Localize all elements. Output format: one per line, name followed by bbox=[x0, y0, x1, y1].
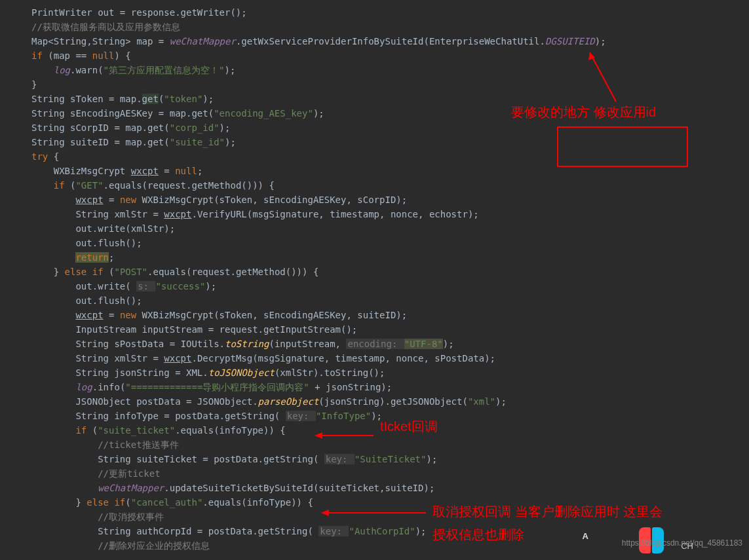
code-token: weChatMapper bbox=[170, 36, 236, 47]
code-token: String sCorpID = map.get( bbox=[31, 122, 170, 133]
code-token: wxcpt bbox=[164, 353, 191, 364]
code-token: { bbox=[48, 151, 59, 162]
code-token: "cancel_auth" bbox=[131, 497, 203, 508]
code-token: "SuiteTicket" bbox=[355, 454, 427, 464]
code-token: String jsonString = XML. bbox=[75, 367, 208, 378]
code-line[interactable]: JSONObject postData = JSONObject.parseOb… bbox=[31, 394, 749, 409]
code-token: .equals(infoType)) { bbox=[175, 425, 286, 436]
code-token: "POST" bbox=[114, 267, 147, 277]
code-token: PrintWriter out = response.getWriter(); bbox=[31, 7, 247, 18]
code-token: String sPostData = IOUtils. bbox=[75, 339, 225, 349]
code-token: key: bbox=[318, 526, 349, 536]
code-token: ); bbox=[220, 122, 231, 133]
code-token: ; bbox=[197, 166, 202, 176]
code-line[interactable]: //更新ticket bbox=[31, 466, 749, 481]
code-line[interactable]: weChatMapper.updateSuiteTicketBySuiteId(… bbox=[31, 481, 749, 495]
code-token: (jsonString).getJSONObject( bbox=[318, 396, 468, 407]
code-line[interactable]: String jsonString = XML.toJSONObject(xml… bbox=[31, 365, 749, 380]
code-line[interactable]: String sCorpID = map.get("corp_id"); bbox=[31, 121, 749, 135]
code-token: "AuthCorpId" bbox=[349, 526, 415, 536]
code-token: //ticket推送事件 bbox=[98, 439, 178, 450]
code-token: ); bbox=[205, 281, 216, 291]
code-line[interactable]: Map<String,String> map = weChatMapper.ge… bbox=[31, 34, 749, 48]
code-line[interactable]: log.info("=============导购小程序指令回调内容" + js… bbox=[31, 380, 749, 394]
code-token: new bbox=[120, 195, 136, 205]
code-line[interactable]: String infoType = postData.getString( ke… bbox=[31, 409, 749, 423]
code-token: try bbox=[31, 151, 48, 162]
code-token: "InfoType" bbox=[316, 411, 371, 421]
code-token: Map<String,String> map = bbox=[31, 36, 170, 47]
code-line[interactable]: //获取微信服务商以及应用参数信息 bbox=[31, 20, 749, 34]
code-line[interactable]: } else if ("POST".equals(request.getMeth… bbox=[31, 265, 749, 279]
code-line[interactable]: out.write(xmlStr); bbox=[31, 221, 749, 236]
code-token: "suite_ticket" bbox=[98, 425, 175, 436]
code-token: String sEncodingAESKey = map.get( bbox=[31, 108, 214, 119]
watermark: https://blog.csdn.net/qq_45861183 bbox=[622, 536, 742, 550]
code-line[interactable]: return; bbox=[31, 250, 749, 265]
code-token: String authCorpId = postData.getString( bbox=[98, 526, 318, 536]
code-token: (xmlStr).toString(); bbox=[275, 367, 385, 378]
code-token: } bbox=[31, 79, 37, 90]
code-line[interactable]: try { bbox=[31, 149, 749, 164]
code-token: //取消授权事件 bbox=[98, 512, 164, 522]
code-token: //删除对应企业的授权信息 bbox=[98, 540, 210, 551]
code-token: + jsonString); bbox=[309, 382, 392, 392]
code-token: .info( bbox=[92, 382, 126, 392]
code-line[interactable]: wxcpt = new WXBizMsgCrypt(sToken, sEncod… bbox=[31, 308, 749, 322]
code-token: null bbox=[175, 166, 197, 176]
code-token: ); bbox=[225, 137, 236, 147]
code-line[interactable]: if ("suite_ticket".equals(infoType)) { bbox=[31, 423, 749, 438]
code-line[interactable]: out.flush(); bbox=[31, 236, 749, 250]
code-line[interactable]: WXBizMsgCrypt wxcpt = null; bbox=[31, 164, 749, 178]
code-token: = bbox=[104, 310, 120, 320]
code-token: String xmlStr = bbox=[75, 353, 164, 364]
code-token: wxcpt bbox=[75, 310, 103, 320]
code-line[interactable]: if ("GET".equals(request.getMethod())) { bbox=[31, 178, 749, 193]
code-line[interactable]: String suiteTicket = postData.getString(… bbox=[31, 452, 749, 466]
code-token: .VerifyURL(msgSignature, timestamp, nonc… bbox=[191, 209, 478, 219]
code-token: .equals(request.getMethod())) { bbox=[104, 180, 275, 191]
code-token: "第三方应用配置信息为空！" bbox=[104, 65, 225, 75]
code-line[interactable]: log.warn("第三方应用配置信息为空！"); bbox=[31, 63, 749, 77]
code-token: wxcpt bbox=[131, 166, 159, 176]
code-token: .equals(request.getMethod())) { bbox=[147, 267, 318, 277]
code-token: null bbox=[92, 50, 115, 61]
code-line[interactable]: if (map == null) { bbox=[31, 48, 749, 63]
code-token: .getWxServiceProviderInfoBySuiteId(Enter… bbox=[236, 36, 545, 47]
code-token: WXBizMsgCrypt bbox=[54, 166, 131, 176]
code-line[interactable]: out.flush(); bbox=[31, 293, 749, 308]
code-editor[interactable]: PrintWriter out = response.getWriter();/… bbox=[0, 5, 749, 553]
code-token: ); bbox=[202, 94, 214, 104]
code-line[interactable]: PrintWriter out = response.getWriter(); bbox=[31, 5, 749, 20]
code-line[interactable]: } bbox=[31, 77, 749, 92]
code-token: //更新ticket bbox=[98, 468, 160, 479]
code-line[interactable]: String sPostData = IOUtils.toString(inpu… bbox=[31, 337, 749, 351]
code-token: "xml" bbox=[468, 396, 495, 407]
code-token: .warn( bbox=[70, 65, 104, 75]
code-line[interactable]: wxcpt = new WXBizMsgCrypt(sToken, sEncod… bbox=[31, 193, 749, 207]
code-token: if bbox=[54, 180, 65, 191]
code-token: get bbox=[142, 94, 159, 104]
code-line[interactable]: //取消授权事件 bbox=[31, 510, 749, 524]
code-line[interactable]: String xmlStr = wxcpt.DecryptMsg(msgSign… bbox=[31, 351, 749, 365]
code-token: ); bbox=[224, 65, 235, 75]
code-token: ( bbox=[104, 267, 115, 277]
code-line[interactable]: String suiteID = map.get("suite_id"); bbox=[31, 135, 749, 149]
code-line[interactable]: InputStream inputStream = request.getInp… bbox=[31, 322, 749, 337]
code-token: ); bbox=[443, 339, 454, 349]
code-line[interactable]: //ticket推送事件 bbox=[31, 438, 749, 452]
code-line[interactable]: String sToken = map.get("token"); bbox=[31, 92, 749, 106]
code-token: ); bbox=[415, 526, 427, 536]
code-token: ); bbox=[371, 411, 382, 421]
code-token: = bbox=[104, 195, 120, 205]
code-token: "UTF-8" bbox=[404, 339, 443, 349]
code-line[interactable]: out.write( s: "success"); bbox=[31, 279, 749, 293]
code-token: parseObject bbox=[258, 396, 319, 407]
code-line[interactable]: String xmlStr = wxcpt.VerifyURL(msgSigna… bbox=[31, 207, 749, 221]
code-line[interactable]: } else if("cancel_auth".equals(infoType)… bbox=[31, 495, 749, 510]
code-token: String sToken = map. bbox=[31, 94, 142, 104]
code-line[interactable]: String sEncodingAESKey = map.get("encodi… bbox=[31, 106, 749, 121]
code-token: ); bbox=[313, 108, 324, 119]
code-token: ( bbox=[65, 180, 76, 191]
code-token: out.write(xmlStr); bbox=[75, 223, 175, 234]
